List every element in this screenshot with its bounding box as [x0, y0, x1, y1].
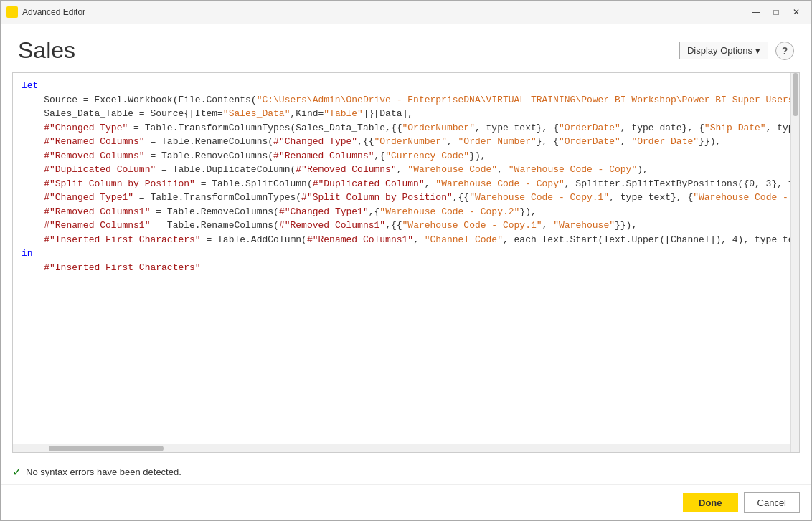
header-row: Sales Display Options ▾ ? — [1, 24, 811, 72]
vertical-scrollbar-thumb[interactable] — [793, 73, 798, 116]
display-options-label: Display Options — [687, 45, 752, 56]
horizontal-scrollbar-thumb[interactable] — [49, 446, 164, 451]
svg-rect-0 — [8, 8, 11, 11]
window-controls: — □ ✕ — [747, 5, 806, 19]
svg-rect-1 — [13, 8, 16, 11]
done-button[interactable]: Done — [683, 493, 738, 512]
content-area: Sales Display Options ▾ ? let Source = E… — [1, 24, 811, 520]
code-editor[interactable]: let Source = Excel.Workbook(File.Content… — [13, 73, 799, 444]
display-options-chevron-icon: ▾ — [755, 45, 760, 56]
minimize-button[interactable]: — — [747, 5, 765, 19]
title-bar: Advanced Editor — □ ✕ — [1, 1, 811, 24]
query-title: Sales — [18, 37, 75, 64]
window-title: Advanced Editor — [22, 7, 85, 17]
status-check-icon: ✓ — [12, 465, 22, 479]
footer-bar: Done Cancel — [1, 484, 811, 520]
advanced-editor-window: Advanced Editor — □ ✕ Sales Display Opti… — [0, 0, 812, 521]
vertical-scrollbar[interactable] — [790, 73, 799, 452]
status-bar: ✓ No syntax errors have been detected. — [1, 459, 811, 484]
header-right: Display Options ▾ ? — [679, 42, 794, 60]
app-icon — [6, 6, 18, 18]
display-options-button[interactable]: Display Options ▾ — [679, 42, 768, 59]
horizontal-scrollbar[interactable] — [13, 444, 799, 452]
title-bar-left: Advanced Editor — [6, 6, 85, 18]
help-button[interactable]: ? — [775, 42, 794, 60]
maximize-button[interactable]: □ — [767, 5, 785, 19]
editor-container: let Source = Excel.Workbook(File.Content… — [12, 72, 800, 453]
svg-rect-2 — [8, 13, 11, 16]
svg-rect-3 — [13, 13, 16, 16]
status-message: No syntax errors have been detected. — [26, 467, 181, 477]
cancel-button[interactable]: Cancel — [744, 492, 800, 513]
close-button[interactable]: ✕ — [787, 5, 806, 19]
